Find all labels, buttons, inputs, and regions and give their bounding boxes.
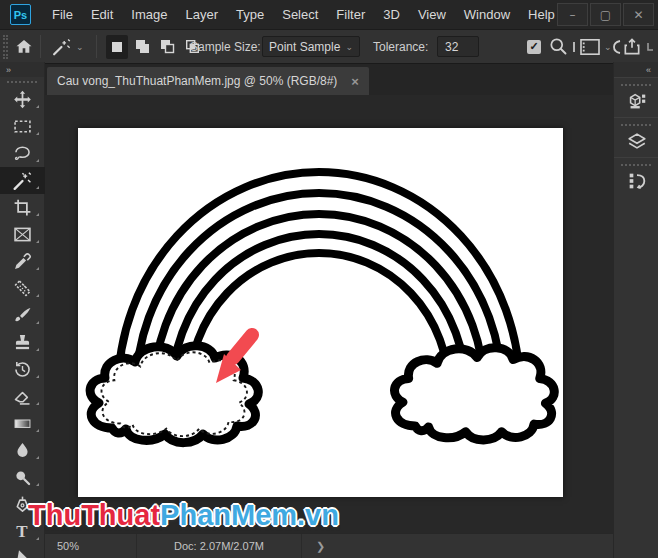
history-brush-tool-icon <box>12 359 33 380</box>
tolerance-label: Tolerance: <box>373 30 428 63</box>
gradient-tool-icon <box>12 413 33 434</box>
crop-tool-icon <box>12 197 33 218</box>
tool-preset-magic-wand[interactable]: ⌄ <box>50 30 84 63</box>
lasso-tool-icon <box>12 143 33 164</box>
sample-size-label: Sample Size: <box>190 30 261 63</box>
truncated-label <box>572 30 576 63</box>
chevron-down-icon[interactable]: ⌄ <box>604 30 612 63</box>
type-tool-icon: T <box>16 522 27 542</box>
watermark: ThuThuatPhanMem.vn <box>28 499 339 532</box>
libraries-panel-icon <box>626 90 648 112</box>
tab-close-icon[interactable]: × <box>351 74 359 89</box>
maximize-button[interactable]: ▢ <box>590 3 621 26</box>
dodge-tool-icon <box>12 467 33 488</box>
rainbow-clouds-drawing <box>78 128 563 497</box>
chevron-down-icon: ⌄ <box>76 42 84 52</box>
select-and-mask-button[interactable] <box>579 30 601 63</box>
frame-tool-icon <box>12 224 33 245</box>
anti-alias-checkbox[interactable]: ✓ <box>527 40 541 54</box>
options-bar: ⌄ Sample Size: Point Sample ⌄ <box>0 30 658 64</box>
tool-crop[interactable] <box>0 194 45 221</box>
share-icon <box>622 37 642 57</box>
tool-path-selection[interactable] <box>0 545 45 558</box>
tool-brush[interactable] <box>0 302 45 329</box>
menu-bar: Ps File Edit Image Layer Type Select Fil… <box>0 0 658 30</box>
eyedropper-tool-icon <box>12 251 33 272</box>
status-options-chevron[interactable]: ❯ <box>302 540 339 553</box>
corner-bracket-icon <box>646 30 654 63</box>
photoshop-logo-icon: Ps <box>10 4 31 25</box>
share-button[interactable] <box>622 30 642 63</box>
history-panel-icon <box>626 170 648 192</box>
toolbar-collapse-button[interactable]: » <box>0 62 44 77</box>
panel-libraries[interactable] <box>614 77 658 117</box>
canvas-workspace[interactable] <box>45 95 613 533</box>
options-bar-grip[interactable] <box>3 35 8 59</box>
panel-history[interactable] <box>614 157 658 197</box>
add-to-selection-button[interactable] <box>131 35 153 59</box>
layers-panel-icon <box>626 130 648 152</box>
sample-size-dropdown[interactable]: Point Sample ⌄ <box>262 36 360 57</box>
move-tool-icon <box>12 89 33 110</box>
tool-dodge[interactable] <box>0 464 45 491</box>
tool-rectangular-marquee[interactable] <box>0 113 45 140</box>
path-selection-tool-icon <box>12 548 33 558</box>
status-bar: 50% Doc: 2.07M/2.07M ❯ <box>45 533 613 558</box>
tool-eraser[interactable] <box>0 383 45 410</box>
document-tab-title: Cau vong_ThuThuatPhanMem.jpg @ 50% (RGB/… <box>57 74 337 88</box>
clone-stamp-tool-icon <box>12 332 33 353</box>
watermark-red-text: ThuThuat <box>28 499 160 531</box>
subtract-from-selection-button[interactable] <box>156 35 178 59</box>
tool-spot-healing-brush[interactable] <box>0 275 45 302</box>
window-controls: – ▢ ✕ <box>555 3 654 26</box>
tool-gradient[interactable] <box>0 410 45 437</box>
minimize-button[interactable]: – <box>557 3 588 26</box>
document-tab[interactable]: Cau vong_ThuThuatPhanMem.jpg @ 50% (RGB/… <box>47 67 369 95</box>
watermark-blue-text: PhanMem <box>160 499 297 531</box>
tool-magic-wand[interactable] <box>0 167 45 194</box>
select-subject-button[interactable] <box>548 30 569 63</box>
toolbar-grip[interactable] <box>7 81 37 83</box>
eraser-tool-icon <box>12 386 33 407</box>
menu-filter[interactable]: Filter <box>327 0 374 30</box>
menu-select[interactable]: Select <box>273 0 327 30</box>
tool-clone-stamp[interactable] <box>0 329 45 356</box>
menu-window[interactable]: Window <box>455 0 519 30</box>
select-and-mask-icon <box>579 38 601 56</box>
tools-panel: » <box>0 62 45 558</box>
tool-move[interactable] <box>0 86 45 113</box>
check-icon: ✓ <box>529 40 538 53</box>
zoom-level-field[interactable]: 50% <box>45 534 137 558</box>
home-button[interactable] <box>14 30 34 63</box>
magic-wand-icon <box>50 36 72 58</box>
menu-image[interactable]: Image <box>122 0 176 30</box>
menu-type[interactable]: Type <box>227 0 273 30</box>
healing-brush-tool-icon <box>12 278 33 299</box>
chevron-down-icon: ⌄ <box>345 42 353 52</box>
tool-eyedropper[interactable] <box>0 248 45 275</box>
new-selection-button[interactable] <box>106 35 128 59</box>
tool-history-brush[interactable] <box>0 356 45 383</box>
photoshop-window: Ps File Edit Image Layer Type Select Fil… <box>0 0 658 558</box>
menu-3d[interactable]: 3D <box>374 0 409 30</box>
brush-tool-icon <box>12 305 33 326</box>
document-canvas[interactable] <box>78 128 563 497</box>
home-icon <box>14 37 34 57</box>
document-size-info: Doc: 2.07M/2.07M <box>137 534 302 558</box>
tool-blur[interactable] <box>0 437 45 464</box>
panel-layers[interactable] <box>614 117 658 157</box>
tolerance-input[interactable]: 32 <box>437 36 479 57</box>
panel-grip <box>621 164 651 166</box>
magic-wand-tool-icon <box>11 170 33 192</box>
magnifier-icon <box>548 36 569 57</box>
menu-file[interactable]: File <box>43 0 82 30</box>
rotate-view-icon-partial <box>612 30 622 63</box>
marquee-tool-icon <box>12 116 33 137</box>
panel-collapse-button[interactable]: « <box>614 62 658 77</box>
menu-edit[interactable]: Edit <box>82 0 122 30</box>
close-button[interactable]: ✕ <box>623 3 654 26</box>
tool-lasso[interactable] <box>0 140 45 167</box>
menu-view[interactable]: View <box>409 0 455 30</box>
menu-layer[interactable]: Layer <box>177 0 228 30</box>
tool-frame[interactable] <box>0 221 45 248</box>
